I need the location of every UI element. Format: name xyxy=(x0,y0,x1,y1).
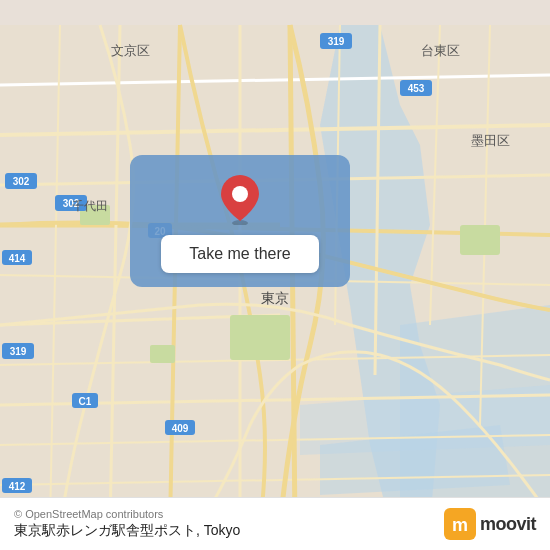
take-me-there-button[interactable]: Take me there xyxy=(161,235,318,273)
svg-text:台東区: 台東区 xyxy=(421,43,460,58)
svg-rect-24 xyxy=(460,225,500,255)
svg-point-51 xyxy=(232,186,248,202)
attribution-text: © OpenStreetMap contributors xyxy=(14,508,240,520)
moovit-wordmark: moovit xyxy=(480,514,536,535)
svg-rect-23 xyxy=(150,345,175,363)
svg-text:412: 412 xyxy=(9,481,26,492)
svg-text:東京: 東京 xyxy=(261,290,289,306)
svg-text:414: 414 xyxy=(9,253,26,264)
moovit-logo: m moovit xyxy=(444,508,536,540)
callout-bubble: Take me there xyxy=(130,155,350,287)
svg-text:文京区: 文京区 xyxy=(111,43,150,58)
svg-text:墨田区: 墨田区 xyxy=(471,133,510,148)
svg-text:千代田: 千代田 xyxy=(72,199,108,213)
location-pin-icon xyxy=(218,173,262,225)
bottom-bar: © OpenStreetMap contributors 東京駅赤レンガ駅舎型ポ… xyxy=(0,497,550,550)
svg-text:m: m xyxy=(452,515,468,535)
bottom-bar-left: © OpenStreetMap contributors 東京駅赤レンガ駅舎型ポ… xyxy=(14,508,240,540)
svg-text:453: 453 xyxy=(408,83,425,94)
map-container: 319 453 302 302 20 414 319 C1 409 412 文京… xyxy=(0,0,550,550)
svg-rect-21 xyxy=(230,315,290,360)
moovit-icon: m xyxy=(444,508,476,540)
svg-text:319: 319 xyxy=(10,346,27,357)
svg-text:C1: C1 xyxy=(79,396,92,407)
svg-text:319: 319 xyxy=(328,36,345,47)
place-name-text: 東京駅赤レンガ駅舎型ポスト, Tokyo xyxy=(14,522,240,540)
svg-text:302: 302 xyxy=(13,176,30,187)
svg-text:409: 409 xyxy=(172,423,189,434)
